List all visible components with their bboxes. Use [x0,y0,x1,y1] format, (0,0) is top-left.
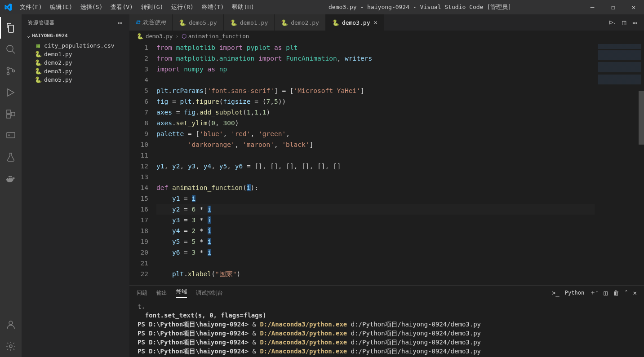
file-item-py[interactable]: 🐍 demo2.py [22,58,129,67]
activity-explorer-icon[interactable] [0,17,22,39]
terminal-kernel-label[interactable]: Python [565,290,584,296]
sidebar-header: 资源管理器 ⋯ [22,14,129,31]
file-name: city_populations.csv [44,42,115,49]
svg-point-2 [7,67,9,70]
panel-tab-terminal[interactable]: 终端 [176,288,187,298]
panel-tab-problems[interactable]: 问题 [137,289,147,297]
activity-extensions-icon[interactable] [0,103,22,125]
menu-edit[interactable]: 编辑(E) [46,1,76,13]
panel-close-icon[interactable]: ✕ [633,289,637,296]
menu-help[interactable]: 帮助(H) [228,1,258,13]
vscode-tab-icon: ⧉ [136,19,140,26]
svg-point-15 [9,321,13,325]
file-item-csv[interactable]: ▦ city_populations.csv [22,41,129,50]
panel-tab-output[interactable]: 输出 [156,289,167,297]
activity-bar [0,14,22,357]
activity-docker-icon[interactable] [0,168,22,190]
line-number-gutter: 12345678910111213141516171819202122 [129,41,156,285]
code-content[interactable]: from matplotlib import pyplot as pltfrom… [156,41,595,285]
tab-label: demo5.py [189,19,217,26]
kill-terminal-icon[interactable]: 🗑 [613,289,619,296]
explorer-folder-header[interactable]: ⌄ HAIYONG-0924 [22,31,129,40]
menu-selection[interactable]: 选择(S) [77,1,106,13]
panel-tabs: 问题 输出 终端 调试控制台 >_ Python ＋˅ ◫ 🗑 ˄ ✕ [129,286,644,300]
minimize-button[interactable]: ─ [582,0,603,14]
file-item-py[interactable]: 🐍 demo5.py [22,75,129,84]
activity-accounts-icon[interactable] [0,314,22,335]
python-file-icon: 🐍 [34,76,42,83]
svg-rect-8 [7,132,15,138]
minimap[interactable] [595,41,644,285]
chevron-up-icon[interactable]: ˄ [625,289,628,296]
tab-welcome[interactable]: ⧉ 欢迎使用 [129,14,173,31]
python-file-icon: 🐍 [34,68,42,75]
svg-point-9 [9,135,9,136]
svg-rect-10 [7,178,8,179]
svg-line-1 [12,51,15,53]
svg-rect-12 [10,178,12,179]
menu-run[interactable]: 运行(R) [168,1,197,13]
editor-scrollbar[interactable] [639,41,644,285]
activity-settings-icon[interactable] [0,335,22,357]
window-controls: ─ ☐ ✕ [582,0,644,14]
file-item-py[interactable]: 🐍 demo1.py [22,50,129,58]
tab-close-icon[interactable]: × [374,19,378,26]
project-name: HAIYONG-0924 [32,33,67,39]
tab-demo3[interactable]: 🐍 demo3.py × [326,14,384,31]
tab-demo1[interactable]: 🐍 demo1.py [224,14,275,31]
file-name: demo5.py [44,76,72,83]
split-editor-icon[interactable]: ◫ [622,18,626,26]
svg-rect-5 [7,110,10,114]
editor-more-icon[interactable]: ⋯ [632,18,638,27]
menu-view[interactable]: 查看(V) [107,1,136,13]
file-item-py[interactable]: 🐍 demo3.py [22,67,129,75]
new-terminal-icon[interactable]: ＋˅ [590,289,598,297]
panel-tab-debug-console[interactable]: 调试控制台 [196,289,223,297]
activity-search-icon[interactable] [0,39,22,60]
svg-point-3 [7,73,9,75]
menu-file[interactable]: 文件(F) [16,1,45,13]
file-name: demo3.py [44,68,72,75]
close-button[interactable]: ✕ [623,0,644,14]
sidebar-more-icon[interactable]: ⋯ [118,18,123,27]
activity-remote-icon[interactable] [0,125,22,146]
tab-label: demo1.py [240,19,268,26]
python-file-icon: 🐍 [179,19,186,26]
menu-terminal[interactable]: 终端(T) [198,1,227,13]
breadcrumb-separator-icon: › [175,33,179,40]
run-button-icon[interactable]: ▷˅ [609,18,616,27]
python-file-icon: 🐍 [34,51,42,57]
activity-run-debug-icon[interactable] [0,82,22,103]
tab-demo5[interactable]: 🐍 demo5.py [173,14,224,31]
svg-rect-13 [9,176,10,177]
tab-actions: ▷˅ ◫ ⋯ [603,14,644,31]
editor-area: ⧉ 欢迎使用 🐍 demo5.py 🐍 demo1.py 🐍 demo2.py … [129,14,644,357]
svg-rect-7 [11,112,15,116]
tab-demo2[interactable]: 🐍 demo2.py [275,14,326,31]
python-file-icon: 🐍 [332,19,339,26]
menu-go[interactable]: 转到(G) [138,1,167,13]
python-file-icon: 🐍 [281,19,288,26]
chevron-down-icon: ⌄ [27,32,30,39]
maximize-button[interactable]: ☐ [603,0,623,14]
activity-testing-icon[interactable] [0,146,22,168]
svg-point-0 [7,45,13,52]
file-list: ▦ city_populations.csv 🐍 demo1.py 🐍 demo… [22,40,129,85]
tabbar: ⧉ 欢迎使用 🐍 demo5.py 🐍 demo1.py 🐍 demo2.py … [129,14,644,31]
split-terminal-icon[interactable]: ◫ [604,289,607,296]
terminal-profile-icon[interactable]: >_ [552,289,560,296]
terminal-content[interactable]: t. font.set_text(s, 0, flags=flags)PS D:… [129,300,644,357]
svg-point-16 [9,345,12,348]
tab-label: demo2.py [291,19,319,26]
breadcrumb[interactable]: 🐍 demo3.py › ⬡ animation_function [129,31,644,41]
activity-source-control-icon[interactable] [0,60,22,82]
python-file-icon: 🐍 [230,19,237,26]
vscode-logo-icon [0,3,16,11]
breadcrumb-symbol: animation_function [188,33,249,40]
python-file-icon: 🐍 [137,33,144,40]
code-editor[interactable]: 12345678910111213141516171819202122 from… [129,41,644,285]
title-bar: 文件(F) 编辑(E) 选择(S) 查看(V) 转到(G) 运行(R) 终端(T… [0,0,644,14]
menu-bar: 文件(F) 编辑(E) 选择(S) 查看(V) 转到(G) 运行(R) 终端(T… [16,1,258,13]
scrollbar-thumb[interactable] [639,91,644,145]
csv-file-icon: ▦ [34,42,42,49]
